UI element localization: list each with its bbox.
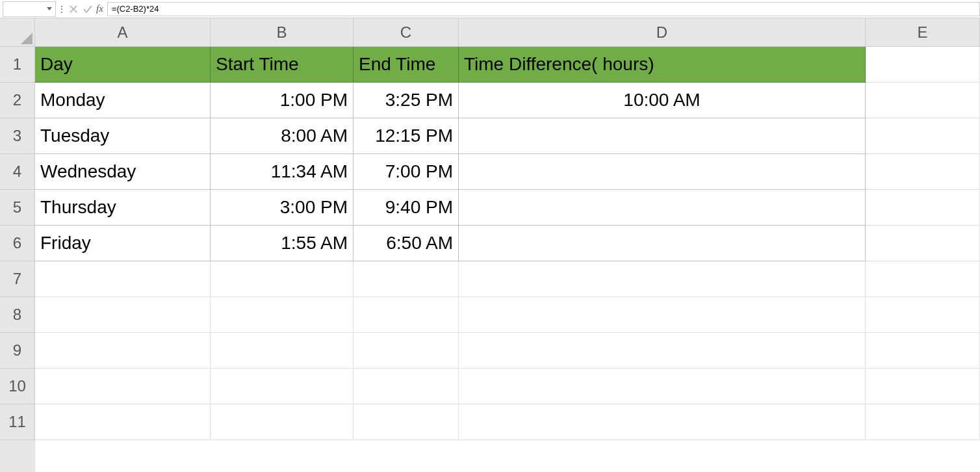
cell[interactable] xyxy=(459,333,866,369)
cell[interactable] xyxy=(866,83,980,118)
table-row: Day Start Time End Time Time Difference(… xyxy=(35,47,980,83)
cancel-icon[interactable] xyxy=(66,2,81,16)
cell[interactable] xyxy=(866,154,980,190)
column-headers: A B C D E xyxy=(35,18,980,47)
cell[interactable] xyxy=(211,404,354,440)
row-header[interactable]: 6 xyxy=(0,226,35,261)
cell[interactable] xyxy=(459,154,866,190)
row-header[interactable]: 11 xyxy=(0,404,35,440)
row-header[interactable]: 7 xyxy=(0,261,35,297)
cell[interactable]: 7:00 PM xyxy=(354,154,459,190)
cell[interactable]: Friday xyxy=(35,226,211,261)
table-row xyxy=(35,333,980,369)
cell[interactable] xyxy=(35,369,211,404)
table-row: Monday 1:00 PM 3:25 PM 10:00 AM xyxy=(35,83,980,118)
col-header[interactable]: A xyxy=(35,18,211,47)
row-header[interactable]: 10 xyxy=(0,369,35,404)
cell[interactable] xyxy=(35,404,211,440)
select-all-button[interactable] xyxy=(0,18,35,47)
cell[interactable] xyxy=(866,404,980,440)
cell[interactable] xyxy=(866,47,980,83)
cell[interactable] xyxy=(35,261,211,297)
cell[interactable] xyxy=(866,369,980,404)
row-header[interactable]: 4 xyxy=(0,154,35,190)
table-row xyxy=(35,369,980,404)
cell[interactable]: Tuesday xyxy=(35,118,211,154)
row-header[interactable]: 2 xyxy=(0,83,35,118)
cell[interactable] xyxy=(459,369,866,404)
cell[interactable]: Thursday xyxy=(35,190,211,226)
col-header[interactable]: C xyxy=(354,18,459,47)
row-header[interactable]: 8 xyxy=(0,297,35,333)
cell[interactable]: 3:25 PM xyxy=(354,83,459,118)
cell[interactable] xyxy=(211,333,354,369)
cell[interactable] xyxy=(459,226,866,261)
cell[interactable] xyxy=(211,297,354,333)
cell[interactable] xyxy=(459,118,866,154)
table-row: Thursday 3:00 PM 9:40 PM xyxy=(35,190,980,226)
formula-bar: ⋮ fx xyxy=(0,0,980,18)
spreadsheet-grid: 1 2 3 4 5 6 7 8 9 10 11 A B C D E Day St… xyxy=(0,18,980,472)
cell[interactable] xyxy=(866,261,980,297)
col-header[interactable]: D xyxy=(459,18,866,47)
enter-icon[interactable] xyxy=(81,2,95,16)
more-icon[interactable]: ⋮ xyxy=(57,2,66,16)
cell[interactable]: Start Time xyxy=(211,47,354,83)
cell[interactable]: End Time xyxy=(354,47,459,83)
cell[interactable] xyxy=(459,190,866,226)
cell[interactable] xyxy=(866,333,980,369)
cell[interactable] xyxy=(35,333,211,369)
cell[interactable]: 1:00 PM xyxy=(211,83,354,118)
cell[interactable] xyxy=(354,369,459,404)
col-header[interactable]: B xyxy=(211,18,354,47)
cell[interactable] xyxy=(211,369,354,404)
cell[interactable] xyxy=(354,261,459,297)
cell[interactable] xyxy=(35,297,211,333)
cell[interactable] xyxy=(866,190,980,226)
row-header[interactable]: 1 xyxy=(0,47,35,83)
cell[interactable]: 3:00 PM xyxy=(211,190,354,226)
table-row: Wednesday 11:34 AM 7:00 PM xyxy=(35,154,980,190)
data-rows: Day Start Time End Time Time Difference(… xyxy=(35,47,980,440)
cell[interactable] xyxy=(866,226,980,261)
table-row xyxy=(35,261,980,297)
table-row xyxy=(35,297,980,333)
cell[interactable] xyxy=(354,404,459,440)
cell[interactable]: 11:34 AM xyxy=(211,154,354,190)
table-row: Tuesday 8:00 AM 12:15 PM xyxy=(35,118,980,154)
cell[interactable]: Monday xyxy=(35,83,211,118)
cell[interactable] xyxy=(459,297,866,333)
row-header[interactable]: 3 xyxy=(0,118,35,154)
formula-input[interactable] xyxy=(107,2,980,16)
row-headers: 1 2 3 4 5 6 7 8 9 10 11 xyxy=(0,18,35,472)
table-row: Friday 1:55 AM 6:50 AM xyxy=(35,226,980,261)
cell[interactable] xyxy=(354,333,459,369)
name-box[interactable] xyxy=(3,1,56,17)
cell[interactable]: Time Difference( hours) xyxy=(459,47,866,83)
cell[interactable] xyxy=(354,297,459,333)
cell[interactable]: 10:00 AM xyxy=(459,83,866,118)
cell[interactable]: 12:15 PM xyxy=(354,118,459,154)
cell[interactable] xyxy=(459,404,866,440)
table-row xyxy=(35,404,980,440)
cell[interactable]: Wednesday xyxy=(35,154,211,190)
fx-label[interactable]: fx xyxy=(96,3,103,14)
row-header[interactable]: 5 xyxy=(0,190,35,226)
col-header[interactable]: E xyxy=(866,18,980,47)
cell[interactable]: 1:55 AM xyxy=(211,226,354,261)
row-header[interactable]: 9 xyxy=(0,333,35,369)
cell[interactable]: 6:50 AM xyxy=(354,226,459,261)
cell[interactable]: 9:40 PM xyxy=(354,190,459,226)
cell[interactable] xyxy=(866,297,980,333)
cell[interactable] xyxy=(459,261,866,297)
cells-area: A B C D E Day Start Time End Time Time D… xyxy=(35,18,980,472)
cell[interactable]: 8:00 AM xyxy=(211,118,354,154)
cell[interactable] xyxy=(866,118,980,154)
name-box-dropdown-icon[interactable] xyxy=(44,2,55,16)
cell[interactable] xyxy=(211,261,354,297)
cell[interactable]: Day xyxy=(35,47,211,83)
